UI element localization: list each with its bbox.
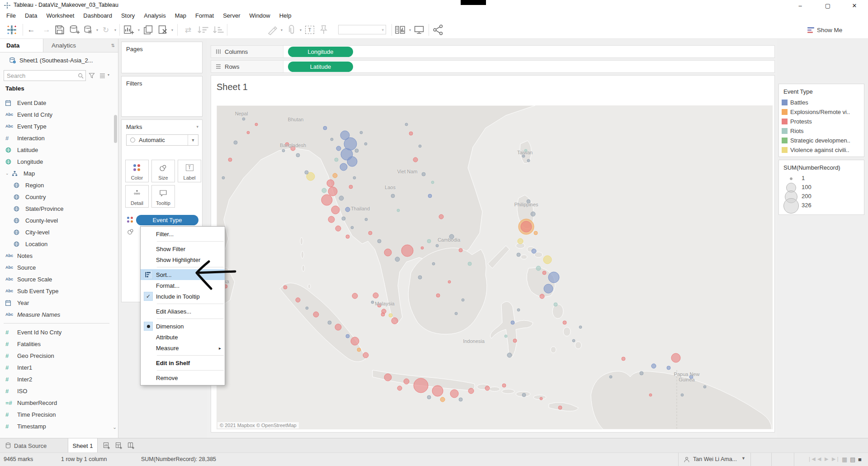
event-type-pill[interactable]: Event Type	[136, 215, 198, 225]
map-mark[interactable]	[671, 353, 680, 362]
map-mark[interactable]	[346, 235, 349, 238]
field-county-level[interactable]: County-level	[0, 214, 113, 226]
field-time-precision[interactable]: #Time Precision	[0, 409, 113, 420]
tab-data-source[interactable]: Data Source	[0, 438, 68, 453]
show-hide-cards-icon[interactable]	[394, 24, 406, 36]
map-mark[interactable]	[432, 385, 443, 396]
map-mark[interactable]	[622, 357, 625, 361]
share-icon[interactable]	[432, 24, 444, 36]
context-menu-edit-in-shelf[interactable]: Edit in Shelf	[141, 357, 225, 368]
field-notes[interactable]: AbcNotes	[0, 250, 113, 262]
field-numberrecord[interactable]: =#NumberRecord	[0, 397, 113, 409]
field-fatalities[interactable]: #Fatalities	[0, 338, 113, 350]
menu-analysis[interactable]: Analysis	[139, 11, 170, 21]
map-mark[interactable]	[579, 326, 582, 328]
map-mark[interactable]	[432, 262, 435, 265]
field-city-level[interactable]: City-level	[0, 226, 113, 238]
map-mark[interactable]	[389, 314, 392, 317]
map-mark[interactable]	[365, 218, 368, 221]
field-source[interactable]: AbcSource	[0, 262, 113, 273]
new-data-source-icon[interactable]	[69, 24, 80, 36]
map-mark[interactable]	[681, 394, 684, 396]
field-inter2[interactable]: #Inter2	[0, 373, 113, 385]
close-button[interactable]: ✕	[844, 0, 865, 11]
map-mark[interactable]	[392, 318, 398, 324]
map-mark[interactable]	[368, 231, 372, 235]
tab-analytics[interactable]: Analytics	[43, 39, 108, 52]
map-mark[interactable]	[703, 385, 706, 388]
last-page-icon[interactable]: ▶❘	[832, 456, 840, 462]
field-event-id-no-cnty[interactable]: #Event Id No Cnty	[0, 326, 113, 338]
map-mark[interactable]	[357, 348, 361, 352]
map-mark[interactable]	[351, 337, 359, 345]
menu-map[interactable]: Map	[170, 11, 191, 21]
map-mark[interactable]	[222, 176, 225, 179]
map-mark[interactable]	[355, 149, 359, 152]
map-mark[interactable]	[431, 181, 434, 184]
map-mark[interactable]	[323, 126, 327, 130]
field-measure-names[interactable]: AbcMeasure Names	[0, 309, 113, 320]
map-mark[interactable]	[428, 194, 432, 198]
map-mark[interactable]	[436, 244, 439, 247]
map-mark[interactable]	[421, 247, 424, 249]
menu-window[interactable]: Window	[245, 11, 274, 21]
split-view-icon[interactable]: ▤	[850, 456, 855, 463]
map-mark[interactable]	[247, 131, 250, 134]
legend-item-battles[interactable]: Battles	[779, 98, 864, 107]
map-mark[interactable]	[234, 141, 237, 144]
first-page-icon[interactable]: ❘◀	[807, 456, 816, 462]
map-mark[interactable]	[609, 376, 612, 378]
map-mark[interactable]	[328, 216, 335, 223]
map-mark[interactable]	[649, 394, 652, 396]
field-map[interactable]: ⌄Map	[0, 167, 113, 179]
map-mark[interactable]	[419, 145, 421, 147]
map-mark[interactable]	[511, 321, 514, 324]
scrollbar-down-icon[interactable]: ⌄	[113, 424, 117, 430]
color-button[interactable]: Color	[125, 160, 149, 182]
context-menu-remove[interactable]: Remove	[141, 372, 225, 383]
refresh-caret-icon[interactable]: ▾	[113, 24, 118, 36]
filter-fields-icon[interactable]	[89, 72, 95, 79]
map-mark[interactable]	[321, 195, 332, 205]
map-mark[interactable]	[413, 157, 418, 162]
legend-item-explosions-remote-vi[interactable]: Explosions/Remote vi..	[779, 107, 864, 117]
field-sub-event-type[interactable]: AbcSub Event Type	[0, 285, 113, 297]
new-story-tab-icon[interactable]	[127, 441, 136, 450]
map-mark[interactable]	[282, 149, 285, 152]
map-mark[interactable]	[544, 284, 553, 293]
map-mark[interactable]	[436, 294, 440, 297]
field-source-scale[interactable]: AbcSource Scale	[0, 273, 113, 285]
map-mark[interactable]	[313, 312, 319, 317]
field-geo-precision[interactable]: #Geo Precision	[0, 350, 113, 361]
prev-page-icon[interactable]: ◀	[817, 456, 821, 462]
context-menu-show-filter[interactable]: Show Filter	[141, 243, 225, 254]
highlight-icon[interactable]	[267, 24, 278, 36]
map-mark[interactable]	[352, 293, 358, 299]
map-mark[interactable]	[335, 226, 341, 231]
map-mark[interactable]	[306, 307, 308, 309]
full-view-icon[interactable]: ■	[858, 456, 862, 463]
user-name[interactable]: Tan Wei Li Ama...	[693, 456, 737, 462]
show-hide-cards-caret-icon[interactable]: ▾	[408, 24, 412, 36]
legend-item-strategic-developmen[interactable]: Strategic developmen..	[779, 136, 864, 145]
show-me-button[interactable]: Show Me	[807, 24, 842, 35]
field-iso[interactable]: #ISO	[0, 385, 113, 397]
map-mark[interactable]	[255, 123, 258, 126]
map-mark[interactable]	[468, 388, 474, 394]
map-mark[interactable]	[296, 298, 300, 302]
map-mark[interactable]	[404, 379, 409, 384]
map-mark[interactable]	[563, 321, 566, 324]
map-mark[interactable]	[462, 299, 464, 301]
field-event-type[interactable]: AbcEvent Type	[0, 120, 113, 132]
field-country[interactable]: Country	[0, 191, 113, 203]
map-mark[interactable]	[360, 131, 363, 134]
map-mark[interactable]	[296, 153, 300, 157]
map-mark[interactable]	[455, 312, 458, 315]
map-mark[interactable]	[397, 386, 402, 390]
size-button[interactable]: Size	[151, 160, 175, 182]
map-view[interactable]: NepalBhutanBangladeshTaiwanViet NamLaosT…	[217, 105, 773, 429]
pane-expander-icon[interactable]: ⇅	[108, 39, 118, 52]
duplicate-icon[interactable]	[143, 24, 154, 36]
map-mark[interactable]	[401, 245, 413, 257]
map-mark[interactable]	[667, 366, 670, 370]
